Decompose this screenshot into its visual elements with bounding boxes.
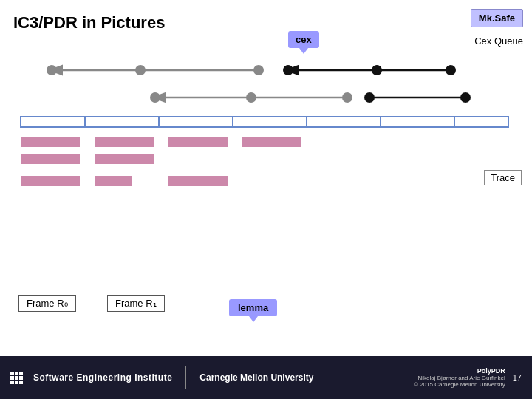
lemma-bubble: lemma (229, 299, 277, 316)
footer-pub: PolyPDR Nikolaj Bjørner and Arie Gurfink… (414, 367, 505, 388)
svg-point-13 (460, 92, 471, 103)
sei-icon (10, 372, 23, 384)
footer-right-group: PolyPDR Nikolaj Bjørner and Arie Gurfink… (414, 367, 522, 388)
svg-rect-29 (95, 176, 132, 186)
svg-point-10 (246, 92, 256, 103)
sei-label: Software Engineering Institute (33, 372, 172, 383)
slide-title: IC3/PDR in Pictures (13, 13, 165, 33)
pub-year: © 2015 Carnegie Mellon University (414, 381, 505, 388)
pub-title: PolyPDR (414, 367, 505, 375)
svg-rect-27 (95, 154, 154, 164)
pub-authors: Nikolaj Bjørner and Arie Gurfinkel (414, 375, 505, 381)
slide: IC3/PDR in Pictures Mk.Safe Cex Queue ce… (0, 0, 532, 399)
svg-point-11 (150, 92, 160, 103)
svg-rect-25 (242, 137, 301, 147)
trace-label: Trace (484, 170, 522, 185)
svg-rect-22 (21, 137, 80, 147)
footer-left: Software Engineering Institute Carnegie … (10, 366, 313, 389)
svg-point-6 (372, 65, 382, 75)
svg-rect-24 (168, 137, 228, 147)
svg-rect-23 (95, 137, 154, 147)
diagram-svg (7, 44, 525, 207)
svg-rect-28 (21, 176, 80, 186)
frame-r0-label: Frame R₀ (18, 295, 76, 312)
svg-point-3 (47, 65, 57, 75)
svg-point-14 (364, 92, 375, 103)
svg-point-7 (283, 65, 293, 75)
svg-rect-26 (21, 154, 80, 164)
svg-rect-30 (168, 176, 228, 186)
svg-point-1 (253, 65, 264, 75)
svg-rect-15 (21, 117, 508, 127)
mksafe-badge: Mk.Safe (471, 9, 523, 27)
svg-point-5 (446, 65, 456, 75)
svg-point-2 (135, 65, 146, 75)
page-number: 17 (513, 373, 522, 382)
frame-r1-label: Frame R₁ (107, 295, 165, 312)
cmu-label: Carnegie Mellon University (200, 372, 313, 383)
footer: Software Engineering Institute Carnegie … (0, 356, 532, 399)
svg-point-9 (342, 92, 352, 103)
footer-divider (185, 366, 186, 389)
